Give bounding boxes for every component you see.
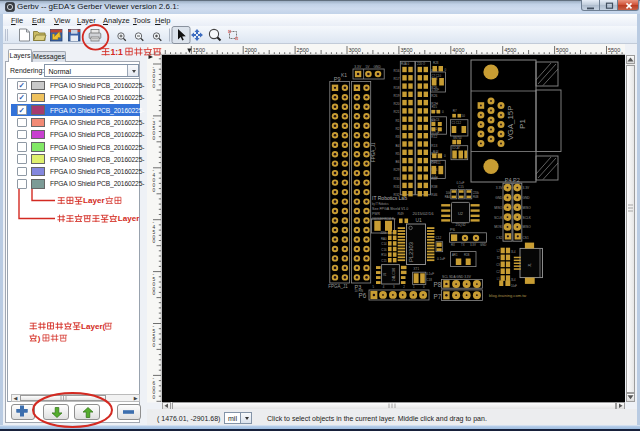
svg-text:Layer: Layer — [83, 196, 107, 205]
svg-text:Layer: Layer — [118, 214, 140, 223]
svg-text:Layer(: Layer( — [81, 322, 106, 331]
svg-text:): ) — [38, 334, 41, 343]
